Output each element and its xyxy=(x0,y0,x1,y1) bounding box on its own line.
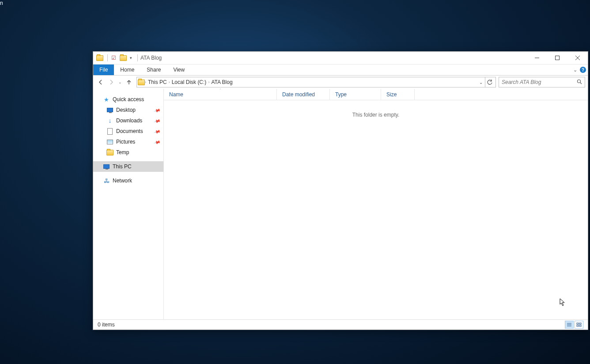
column-type[interactable]: Type xyxy=(330,89,381,100)
up-arrow-icon xyxy=(126,79,132,85)
tab-file[interactable]: File xyxy=(93,64,114,75)
navigation-bar: ⌄ › This PC › Local Disk (C:) › ATA Blog… xyxy=(93,76,588,89)
tab-share[interactable]: Share xyxy=(140,64,167,75)
search-box[interactable] xyxy=(499,77,585,87)
nav-label: Pictures xyxy=(116,139,135,145)
properties-icon[interactable]: ☑ xyxy=(110,54,117,62)
nav-documents[interactable]: Documents 📌 xyxy=(93,126,163,136)
item-count: 0 items xyxy=(98,322,115,328)
chevron-right-icon[interactable]: › xyxy=(208,80,209,84)
forward-arrow-icon xyxy=(108,79,114,85)
folder-icon xyxy=(138,79,145,86)
nav-label: Quick access xyxy=(113,96,144,102)
desktop-icon xyxy=(106,106,113,114)
column-size[interactable]: Size xyxy=(381,89,415,100)
qat-dropdown-icon[interactable]: ▾ xyxy=(130,56,132,60)
pin-icon: 📌 xyxy=(154,106,161,114)
nav-network[interactable]: 🖧 Network xyxy=(93,175,163,186)
back-arrow-icon xyxy=(98,79,104,85)
column-label: Date modified xyxy=(282,91,315,98)
refresh-button[interactable] xyxy=(485,77,495,87)
column-label: Name xyxy=(169,91,183,98)
ribbon-tabs: File Home Share View ⌄ ? xyxy=(93,64,588,76)
nav-this-pc[interactable]: This PC xyxy=(93,161,163,172)
sort-ascending-icon: ˄ xyxy=(219,89,221,92)
help-icon[interactable]: ? xyxy=(580,67,586,73)
recent-locations-button[interactable]: ⌄ xyxy=(117,77,123,87)
this-pc-icon xyxy=(103,163,110,170)
svg-rect-12 xyxy=(579,325,581,326)
svg-rect-9 xyxy=(577,323,579,324)
nav-downloads[interactable]: ↓ Downloads 📌 xyxy=(93,115,163,126)
address-bar[interactable]: › This PC › Local Disk (C:) › ATA Blog ⌄ xyxy=(136,77,496,87)
window-controls xyxy=(527,52,588,64)
nav-label: Documents xyxy=(116,128,143,134)
maximize-button[interactable] xyxy=(547,52,567,64)
pin-icon: 📌 xyxy=(154,138,161,145)
column-headers: Name ˄ Date modified Type Size xyxy=(164,89,588,100)
large-icons-icon xyxy=(576,322,582,327)
nav-label: Temp xyxy=(116,149,129,155)
tab-home[interactable]: Home xyxy=(114,64,140,75)
details-view-button[interactable] xyxy=(565,321,574,329)
search-input[interactable] xyxy=(502,79,577,85)
column-date-modified[interactable]: Date modified xyxy=(277,89,330,100)
nav-label: This PC xyxy=(113,163,132,170)
svg-rect-10 xyxy=(579,323,581,324)
search-icon[interactable] xyxy=(577,79,582,86)
nav-quick-access[interactable]: ★ Quick access xyxy=(93,94,163,105)
breadcrumb-ata-blog[interactable]: ATA Blog xyxy=(211,79,232,85)
nav-pictures[interactable]: Pictures 📌 xyxy=(93,136,163,147)
content-pane: Name ˄ Date modified Type Size This fold… xyxy=(164,89,588,319)
tab-view[interactable]: View xyxy=(167,64,191,75)
quick-access-icon: ★ xyxy=(103,96,110,103)
nav-temp[interactable]: Temp xyxy=(93,147,163,158)
back-button[interactable] xyxy=(96,77,106,87)
nav-label: Network xyxy=(113,178,132,184)
view-toggle xyxy=(565,321,583,329)
svg-rect-11 xyxy=(577,325,579,326)
file-explorer-window: ☑ ▾ ATA Blog File Home Share View ⌄ ? xyxy=(93,51,588,330)
status-bar: 0 items xyxy=(93,319,588,330)
large-icons-view-button[interactable] xyxy=(575,321,583,329)
navigation-pane: ★ Quick access Desktop 📌 ↓ Downloads 📌 D… xyxy=(93,89,164,319)
close-button[interactable] xyxy=(567,52,588,64)
desktop-text-fragment: n xyxy=(0,0,3,6)
details-view-icon xyxy=(567,322,572,327)
breadcrumb-this-pc[interactable]: This PC xyxy=(148,79,167,85)
breadcrumb-local-disk[interactable]: Local Disk (C:) xyxy=(172,79,207,85)
nav-label: Desktop xyxy=(116,107,136,113)
titlebar: ☑ ▾ ATA Blog xyxy=(93,52,588,64)
separator xyxy=(107,54,108,61)
column-label: Type xyxy=(335,91,347,98)
downloads-icon: ↓ xyxy=(106,117,113,124)
chevron-right-icon[interactable]: › xyxy=(169,80,170,84)
new-folder-icon[interactable] xyxy=(119,54,127,62)
breadcrumb: This PC › Local Disk (C:) › ATA Blog xyxy=(146,79,233,85)
quick-access-toolbar: ☑ ▾ xyxy=(93,52,135,64)
window-title: ATA Blog xyxy=(140,55,162,61)
empty-folder-message: This folder is empty. xyxy=(164,112,588,118)
forward-button[interactable] xyxy=(106,77,116,87)
folder-icon xyxy=(106,149,113,156)
svg-rect-1 xyxy=(556,56,560,60)
svg-line-5 xyxy=(580,83,582,84)
up-button[interactable] xyxy=(124,77,134,87)
minimize-button[interactable] xyxy=(527,52,547,64)
network-icon: 🖧 xyxy=(103,177,110,184)
minimize-icon xyxy=(535,56,539,60)
separator xyxy=(137,54,138,61)
column-label: Size xyxy=(386,91,397,98)
documents-icon xyxy=(106,128,113,135)
pin-icon: 📌 xyxy=(154,128,161,135)
close-icon xyxy=(575,56,580,60)
ribbon-expand-icon[interactable]: ⌄ xyxy=(573,67,577,73)
pictures-icon xyxy=(106,138,113,145)
svg-point-4 xyxy=(578,80,581,83)
pin-icon: 📌 xyxy=(154,117,161,124)
explorer-body: ★ Quick access Desktop 📌 ↓ Downloads 📌 D… xyxy=(93,89,588,319)
nav-desktop[interactable]: Desktop 📌 xyxy=(93,105,163,115)
folder-icon xyxy=(96,54,104,62)
address-dropdown-icon[interactable]: ⌄ xyxy=(477,80,485,85)
column-name[interactable]: Name ˄ xyxy=(164,89,277,100)
